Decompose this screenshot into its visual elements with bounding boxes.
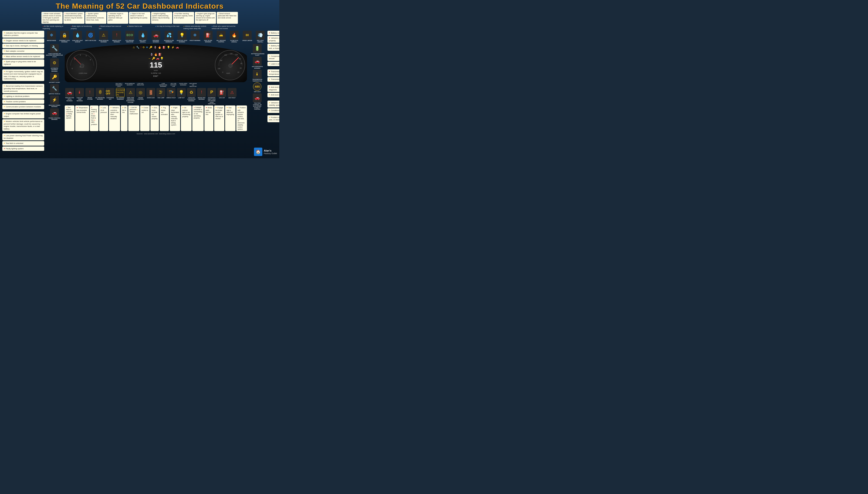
bn-overdrive: Vehicle's overdrive system has been manu…	[109, 106, 120, 131]
highbeam-icon: 💡	[160, 57, 163, 60]
note-brake-lights: ● Brake lights not functioning properly	[70, 24, 97, 30]
left-note-6: If it lights momentarily, ignition switc…	[2, 69, 44, 81]
logo-text-block: Alan's Factory Outlet	[264, 149, 277, 155]
dash-warn-9: ⛽	[162, 46, 166, 49]
defrost-icon: 🔥	[154, 53, 158, 56]
speed-svg: 180 160 140 120 100 80 60 40 20 0	[215, 51, 246, 81]
center-col: ❄ WINTER MODE 🔒 STEERING LOCK WARNING 💧 …	[45, 31, 267, 151]
right-note-5: Transmission is operating at higher temp…	[267, 69, 279, 76]
center-cluster: 🪢 🔥 ⛽ ↔ 🔑 🚗 💡	[98, 53, 213, 77]
note-speed-lim: ● Driver set a speed limit and the vehic…	[210, 24, 238, 30]
ind-check-engine: 🔧 CHECK ENGINE (or Malfunction Indicator…	[45, 44, 64, 58]
mid-row: 🔧 CHECK ENGINE (or Malfunction Indicator…	[45, 44, 267, 135]
ind-gas-cap: ⛽ GAS CAP	[217, 88, 227, 105]
ind-lamp-out: 💡 LAMP OUT	[176, 88, 186, 105]
ind-service: 🔧 SERVICE VEHICLE	[45, 84, 64, 95]
svg-text:180: 180	[218, 68, 220, 69]
speed-number: 115	[150, 61, 162, 69]
left-note-0: Indicates that the engine computer has n…	[2, 31, 44, 38]
svg-text:120: 120	[230, 53, 233, 55]
bottom-notes-row: ● Tow hitch is unlocked. ● Faulty lighti…	[65, 106, 247, 131]
speed-display: 115 km/h	[150, 61, 162, 72]
source-1: www.autozone.com	[144, 133, 158, 135]
bn-oil-life: Oil life is low	[121, 106, 128, 131]
logo-name: Alan's	[264, 149, 277, 152]
sources-area: Sources: www.autozone.com www.blog.caasc…	[137, 132, 175, 135]
top-note-spoiler: Spoiler system malfunctioning (loose/bro…	[85, 12, 107, 24]
ind-glow: 🔥 GLOW PLUG (Diesel)	[228, 31, 240, 43]
ind-winter-mode: ❄ WINTER MODE	[45, 31, 58, 43]
ind-catalytic: ♻ CATALYTIC CONVERTER WARNING	[187, 88, 196, 105]
dash-warn-8: 🔥	[158, 46, 161, 49]
ind-trailer-tow: 🚗 TRAILER TOW HITCH WARNING	[65, 88, 75, 105]
bn-tpms: ● Low tire pressure ● Sensor malfunction	[128, 106, 139, 131]
svg-text:60: 60	[240, 63, 242, 64]
svg-text:6: 6	[86, 55, 87, 57]
ind-change-oil: CHANGE ENGINE OIL OIL CHANGE REMINDER	[115, 88, 125, 105]
second-callouts-row: ● Air filter needs replacing or inspecti…	[2, 24, 277, 30]
svg-text:km/h: km/h	[227, 72, 230, 74]
bn-oil: Loss of oil pressure	[99, 106, 108, 131]
bn-gas-cap: Gas cap is attached improperly	[225, 106, 235, 131]
svg-text:0: 0	[222, 72, 223, 73]
left-note-2: Gas cap is loose, damaged, or missing	[2, 43, 44, 48]
svg-text:100: 100	[235, 54, 238, 55]
keyfob-icon: 🔑	[152, 57, 155, 60]
bn-esc: Problem with vehicle's traction control,…	[236, 106, 247, 131]
left-note-8: Lighting or electrical problem	[2, 94, 44, 99]
ind-traction: 🚗 TRACTION CONTROL OR ELECTRONIC STABILI…	[248, 93, 267, 110]
ind-door: 🚪 DOOR AJAR	[146, 88, 156, 105]
label-seatbelt: SEAT BELT REMINDER LIGHT	[114, 83, 123, 87]
ind-fog: 🌫 FOG LAMP	[156, 88, 166, 105]
dash-warn-12: 🚗	[176, 46, 179, 49]
note-air-filter: ● Air filter needs replacing or inspecti…	[41, 24, 69, 30]
top-note-steering: Issue detected; system deactivated tempo…	[63, 12, 84, 24]
svg-text:140: 140	[224, 54, 227, 56]
right-note-7: Anti-lock brake computer needs professio…	[267, 85, 279, 92]
rpm-svg: 0 2 4 6 8 x1000 r/min	[67, 51, 97, 81]
ind-security: 🔑 SECURITY ALERT	[45, 73, 64, 83]
left-note-7: Abnormal reading from transmission senso…	[2, 84, 44, 93]
ind-air-filter: 🌀 DIRTY AIR FILTER	[84, 31, 97, 43]
ind-air-suspension: 🚗 AIR SUSPENSION WARNING	[248, 57, 267, 69]
svg-text:4: 4	[80, 54, 81, 56]
top-note-winter: Winter mode activated (vehicle moves in …	[41, 12, 63, 24]
logo-area: 🏠 Alan's Factory Outlet	[254, 148, 277, 156]
lane-dep-icon: ↔	[148, 57, 151, 60]
bn-fog: Fog lamps are activated	[160, 106, 169, 131]
right-note-10: Conditions may be slippery	[267, 108, 279, 113]
ind-trans-temp: 🌡 TRANSMISSION TEMPERATURE	[248, 70, 267, 82]
bn-brake-pad: Brake pads are too thin	[205, 106, 213, 131]
mid-left-indicators: 🔧 CHECK ENGINE (or Malfunction Indicator…	[45, 44, 64, 120]
left-note-3: Bad catalytic converter	[2, 49, 44, 54]
main-container: The Meaning of 52 Car Dashboard Indicato…	[0, 0, 279, 158]
left-note-13: Low power steering fluid Power steering …	[2, 133, 44, 140]
svg-text:x1000 r/min: x1000 r/min	[79, 72, 87, 74]
ind-frost: ❄ FROST WARNING	[189, 31, 201, 43]
ind-brake: ! BRAKE SYSTEM	[85, 88, 95, 105]
dashboard-area: ⚠ 🔧 ! ⚙ ❄ 🔑 🪢 🔥 ⛽ 💡 ⚡ 🚗	[65, 44, 247, 135]
bn-cat: ● Catalytic converter is overheating or …	[192, 106, 204, 131]
top-note-glow: Engine's glow plugs are warming up; engi…	[195, 12, 216, 24]
ind-speed-lim: 80 SPEED LIMITER	[241, 31, 253, 43]
top-note-dpf: Diesel exhaust particulate filter failed…	[217, 12, 238, 24]
logo-sub: Factory Outlet	[264, 152, 277, 155]
ind-abs: ABS ABS LIGHT	[248, 82, 267, 93]
svg-text:20: 20	[237, 72, 239, 73]
top-callouts-row: Winter mode activated (vehicle moves in …	[2, 12, 277, 24]
left-note-4: Mass airflow sensor needs to be replaced	[2, 54, 44, 59]
rpm-readout: % RPM +10	[151, 72, 161, 74]
svg-text:0: 0	[72, 68, 73, 70]
note-washer-low: ● Washer fluid is low	[126, 24, 153, 30]
logo-icon: 🏠	[254, 148, 262, 156]
ind-reduced-power: ⚡ REDUCED POWER WARNING	[45, 95, 64, 108]
ind-def: 💧 DEF LIGHT (Diesel)	[137, 31, 149, 43]
dash-warn-10: 💡	[167, 46, 170, 49]
top-note-distance: Object in the road ahead of vehicle is a…	[129, 12, 150, 24]
top-note-fuel-filter: Fuel filter reaching maximum capacity, n…	[173, 12, 194, 24]
right-notes-col: Battery voltage level is below normal Ve…	[267, 31, 279, 151]
bn-lamp: An exterior light is not functioning pro…	[181, 106, 192, 131]
right-note-3: Compressor not providing as much air as …	[267, 54, 279, 61]
dashboard-visual: ⚠ 🔧 ! ⚙ ❄ 🔑 🪢 🔥 ⛽ 💡 ⚡ 🚗	[65, 44, 247, 82]
label-keyfob: KEY FOB BATTERY LOW	[169, 83, 178, 87]
